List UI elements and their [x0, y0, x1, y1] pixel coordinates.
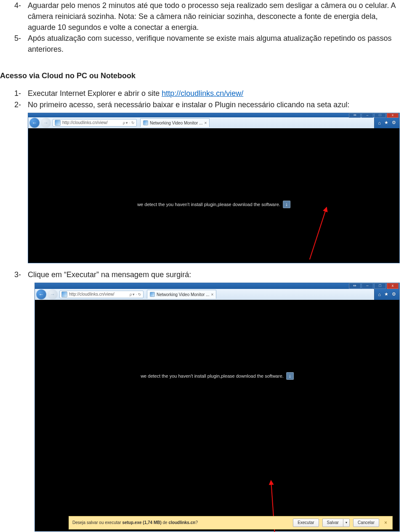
step-number: 4-: [0, 0, 28, 11]
save-button[interactable]: Salvar: [322, 519, 343, 527]
tools-gear-icon[interactable]: ⚙: [392, 291, 396, 297]
step-number: 1-: [0, 88, 28, 99]
step-text: Clique em “Executar” na mensagem que sur…: [28, 269, 400, 280]
address-search-controls[interactable]: ρ ▾ · ↻: [123, 121, 135, 125]
nav-forward-button[interactable]: →: [41, 118, 51, 128]
step-number: 5-: [0, 33, 28, 44]
window-close-icon[interactable]: x: [387, 113, 399, 118]
download-notification-bar: Deseja salvar ou executar setup.exe (1,7…: [69, 516, 393, 529]
step-text: Aguardar pelo menos 2 minutos até que to…: [28, 0, 400, 33]
window-maximize-icon[interactable]: □: [374, 283, 386, 289]
step-text: No primeiro acesso, será necessário baix…: [28, 99, 400, 110]
window-separate-icon[interactable]: ⇔: [349, 113, 361, 118]
address-url: http://cloudlinks.cn/view/: [69, 292, 128, 296]
download-plugin-button[interactable]: ↓: [286, 372, 294, 380]
window-maximize-icon[interactable]: □: [374, 113, 386, 118]
download-msg-q: ?: [195, 520, 198, 525]
window-titlebar: ⇔ – □ x: [35, 283, 399, 289]
browser-right-icons: ⌂ ★ ⚙: [374, 117, 399, 128]
section-heading: Acesso via Cloud no PC ou Notebook: [0, 71, 400, 80]
notification-close-icon[interactable]: ×: [383, 520, 389, 526]
browser-toolbar: ← → http://cloudlinks.cn/view/ ρ ▾ · ↻ N…: [35, 289, 399, 300]
plugin-message-line: we detect the you haven't install plugin…: [141, 372, 294, 380]
save-split-button[interactable]: Salvar ▾: [322, 519, 350, 527]
download-arrow-icon: ↓: [289, 373, 291, 379]
annotation-arrow-icon: [309, 207, 327, 259]
ie-favicon-icon: [55, 120, 61, 126]
execute-button[interactable]: Executar: [293, 519, 319, 527]
window-minimize-icon[interactable]: –: [361, 113, 373, 118]
home-icon[interactable]: ⌂: [378, 292, 381, 297]
window-buttons: ⇔ – □ x: [349, 113, 399, 118]
window-buttons: ⇔ – □ x: [349, 283, 399, 289]
tab-close-icon[interactable]: ×: [211, 292, 213, 297]
cloud-step-2: 2- No primeiro acesso, será necessário b…: [0, 99, 400, 110]
step-text: Após atualização com sucesso, verifique …: [28, 33, 400, 55]
tab-favicon-icon: [143, 120, 148, 125]
address-url: http://cloudlinks.cn/view/: [62, 120, 121, 125]
window-separate-icon[interactable]: ⇔: [349, 283, 361, 289]
save-caret-icon[interactable]: ▾: [343, 519, 350, 527]
download-file-name: setup.exe (1,74 MB): [122, 520, 161, 525]
tools-gear-icon[interactable]: ⚙: [392, 120, 396, 125]
window-titlebar: ⇔ – □ x: [28, 113, 399, 117]
tab-favicon-icon: [150, 292, 155, 297]
cancel-button[interactable]: Cancelar: [353, 519, 379, 527]
home-icon[interactable]: ⌂: [378, 120, 381, 125]
address-bar[interactable]: http://cloudlinks.cn/view/ ρ ▾ · ↻: [53, 119, 137, 127]
download-msg-prefix: Deseja salvar ou executar: [72, 520, 122, 525]
favorites-icon[interactable]: ★: [384, 291, 388, 297]
tab-title: Networking Video Monitor ...: [150, 121, 202, 125]
address-search-controls[interactable]: ρ ▾ · ↻: [130, 292, 141, 296]
download-message: Deseja salvar ou executar setup.exe (1,7…: [72, 520, 290, 525]
cloudlinks-link[interactable]: http://cloudlinks.cn/view/: [162, 89, 243, 98]
download-host: cloudlinks.cn: [168, 520, 195, 525]
cloud-step-3: 3- Clique em “Executar” na mensagem que …: [0, 269, 400, 280]
step-number: 2-: [0, 99, 28, 110]
address-bar[interactable]: http://cloudlinks.cn/view/ ρ ▾ · ↻: [59, 291, 144, 298]
screenshot-execute-prompt: ⇔ – □ x ← → http://cloudlinks.cn/view/ ρ…: [35, 283, 400, 532]
cloud-step-1: 1- Executar Internet Explorer e abrir o …: [0, 88, 400, 99]
prior-steps-list: 4- Aguardar pelo menos 2 minutos até que…: [0, 0, 400, 55]
ie-favicon-icon: [61, 291, 67, 297]
plugin-message-line: we detect the you haven't install plugin…: [137, 201, 290, 208]
plugin-message-text: we detect the you haven't install plugin…: [141, 373, 284, 378]
tab-close-icon[interactable]: ×: [204, 121, 207, 125]
favorites-icon[interactable]: ★: [384, 120, 388, 125]
step-text: Executar Internet Explorer e abrir o sit…: [28, 88, 400, 99]
download-msg-mid: de: [162, 520, 169, 525]
nav-back-button[interactable]: ←: [36, 289, 46, 299]
step-4: 4- Aguardar pelo menos 2 minutos até que…: [0, 0, 400, 33]
window-minimize-icon[interactable]: –: [361, 283, 373, 289]
browser-toolbar: ← → http://cloudlinks.cn/view/ ρ ▾ · ↻ N…: [28, 117, 399, 129]
step-5: 5- Após atualização com sucesso, verifiq…: [0, 33, 400, 55]
webpage-body: we detect the you haven't install plugin…: [35, 300, 399, 531]
screenshot-plugin-download: ⇔ – □ x ← → http://cloudlinks.cn/view/ ρ…: [28, 113, 400, 263]
webpage-body: we detect the you haven't install plugin…: [28, 128, 399, 263]
browser-tab[interactable]: Networking Video Monitor ... ×: [147, 290, 216, 299]
browser-tab[interactable]: Networking Video Monitor ... ×: [140, 118, 210, 127]
cloud-steps-list: 1- Executar Internet Explorer e abrir o …: [0, 88, 400, 531]
step-text-prefix: Executar Internet Explorer e abrir o sit…: [28, 89, 162, 98]
nav-back-button[interactable]: ←: [29, 118, 40, 128]
tab-title: Networking Video Monitor ...: [157, 292, 209, 297]
step-number: 3-: [0, 269, 28, 280]
nav-forward-button[interactable]: →: [48, 289, 58, 299]
plugin-message-text: we detect the you haven't install plugin…: [137, 202, 280, 207]
browser-right-icons: ⌂ ★ ⚙: [374, 289, 399, 300]
download-plugin-button[interactable]: ↓: [283, 201, 290, 208]
download-arrow-icon: ↓: [285, 201, 288, 207]
window-close-icon[interactable]: x: [387, 283, 399, 289]
